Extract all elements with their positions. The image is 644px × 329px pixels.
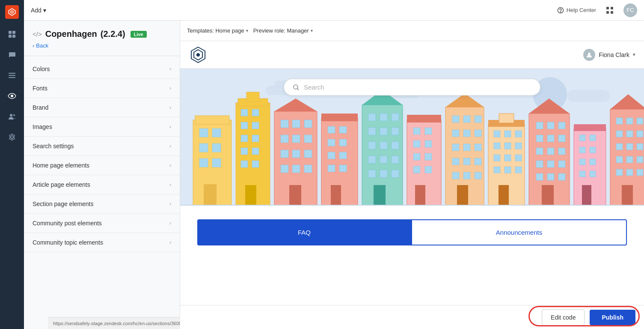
sidebar-item-fonts[interactable]: Fonts ›	[24, 79, 180, 98]
edit-code-button[interactable]: Edit code	[542, 309, 585, 326]
svg-rect-110	[452, 144, 459, 151]
add-menu[interactable]: Add ▾	[31, 7, 46, 14]
svg-rect-55	[281, 150, 288, 158]
svg-rect-100	[425, 166, 432, 173]
svg-rect-106	[475, 116, 481, 123]
sidebar-nav: Colors › Fonts › Brand › Images › Search…	[24, 56, 180, 329]
user-chevron-icon: ▾	[633, 52, 635, 57]
svg-rect-116	[452, 172, 459, 179]
svg-rect-65	[339, 126, 347, 133]
sidebar-item-colors[interactable]: Colors ›	[24, 60, 180, 79]
nav-preview-icon[interactable]	[3, 87, 21, 105]
svg-rect-129	[494, 155, 500, 161]
svg-rect-86	[392, 156, 399, 163]
preview-role-label: Preview role: Manager	[253, 27, 309, 34]
svg-rect-117	[463, 172, 470, 179]
svg-rect-111	[463, 144, 470, 151]
community-post-chevron-icon: ›	[169, 220, 171, 226]
svg-rect-60	[304, 165, 312, 173]
svg-rect-94	[425, 128, 432, 135]
svg-rect-115	[475, 158, 481, 165]
svg-rect-52	[281, 135, 288, 143]
nav-people-icon[interactable]	[3, 108, 21, 125]
svg-rect-178	[637, 156, 643, 163]
nav-chat-icon[interactable]	[3, 46, 21, 63]
faq-button[interactable]: FAQ	[197, 219, 411, 245]
sidebar-item-images[interactable]: Images ›	[24, 117, 180, 137]
svg-rect-78	[368, 128, 376, 135]
svg-rect-59	[292, 165, 300, 173]
svg-rect-83	[392, 142, 399, 149]
hero-search-bar[interactable]: Search	[284, 79, 540, 96]
grid-apps-icon[interactable]	[603, 3, 617, 17]
publish-button[interactable]: Publish	[590, 310, 635, 325]
colors-label: Colors	[33, 66, 50, 72]
brand-label: Brand	[33, 104, 48, 111]
status-url: https://sendsafely-stage.zendesk.com/hc/…	[53, 321, 180, 326]
svg-rect-101	[415, 185, 425, 206]
svg-rect-108	[463, 130, 470, 137]
svg-rect-58	[281, 165, 288, 173]
user-initials: FC	[626, 7, 634, 13]
svg-rect-76	[380, 114, 387, 121]
sidebar-item-community-topic-elements[interactable]: Community topic elements ›	[24, 233, 180, 252]
back-link[interactable]: ‹ Back	[33, 42, 171, 49]
svg-rect-175	[637, 144, 643, 150]
app-logo[interactable]	[5, 5, 19, 19]
user-avatar-preview	[583, 49, 595, 61]
svg-rect-164	[582, 185, 591, 206]
announcements-button[interactable]: Announcements	[411, 219, 627, 245]
nav-sections-icon[interactable]	[3, 67, 21, 84]
svg-rect-114	[463, 158, 470, 165]
svg-rect-95	[413, 141, 420, 147]
preview-role-select[interactable]: Preview role: Manager ▾	[253, 27, 313, 34]
svg-rect-85	[380, 156, 387, 163]
svg-marker-137	[529, 99, 570, 114]
community-topic-chevron-icon: ›	[169, 239, 171, 245]
sidebar-item-article-page-elements[interactable]: Article page elements ›	[24, 175, 180, 194]
category-buttons: FAQ Announcements	[180, 206, 644, 254]
sidebar-item-section-page-elements[interactable]: Section page elements ›	[24, 194, 180, 214]
svg-point-10	[10, 114, 12, 117]
svg-rect-37	[252, 109, 259, 116]
svg-rect-75	[368, 114, 376, 121]
svg-rect-173	[616, 144, 623, 150]
user-avatar-top[interactable]: FC	[623, 3, 637, 17]
svg-rect-159	[590, 147, 596, 153]
svg-rect-122	[499, 114, 514, 123]
svg-rect-142	[547, 135, 554, 142]
svg-rect-134	[515, 167, 522, 173]
preview-toolbar: Templates: Home page ▾ Preview role: Man…	[180, 21, 644, 41]
svg-rect-26	[199, 129, 208, 137]
template-select[interactable]: Templates: Home page ▾	[187, 27, 248, 34]
svg-rect-104	[452, 116, 459, 123]
svg-rect-42	[241, 148, 248, 155]
svg-rect-61	[289, 185, 301, 206]
svg-rect-151	[547, 173, 554, 180]
svg-rect-97	[413, 153, 420, 160]
sidebar-item-community-post-elements[interactable]: Community post elements ›	[24, 214, 180, 233]
svg-point-11	[13, 114, 15, 116]
top-bar: Add ▾ Help Center FC	[24, 0, 644, 21]
nav-dashboard-icon[interactable]	[3, 26, 21, 43]
svg-rect-112	[475, 144, 481, 151]
sidebar-item-home-page-elements[interactable]: Home page elements ›	[24, 156, 180, 175]
svg-rect-49	[281, 120, 288, 128]
svg-rect-168	[626, 118, 633, 124]
nav-bottom-icon[interactable]	[3, 307, 21, 324]
svg-rect-17	[606, 11, 609, 14]
svg-rect-131	[515, 155, 522, 161]
svg-rect-27	[212, 129, 221, 137]
svg-rect-54	[304, 135, 312, 143]
svg-rect-6	[9, 73, 15, 74]
svg-rect-176	[616, 156, 623, 163]
svg-rect-41	[252, 135, 259, 142]
sidebar-item-brand[interactable]: Brand ›	[24, 98, 180, 117]
preview-content: Fiona Clark ▾	[180, 41, 644, 329]
nav-settings-icon[interactable]	[3, 129, 21, 146]
svg-rect-163	[590, 171, 596, 177]
svg-point-9	[11, 95, 13, 97]
sidebar-item-search-settings[interactable]: Search settings ›	[24, 137, 180, 156]
help-center-button[interactable]: Help Center	[557, 7, 596, 14]
svg-rect-96	[425, 141, 432, 147]
